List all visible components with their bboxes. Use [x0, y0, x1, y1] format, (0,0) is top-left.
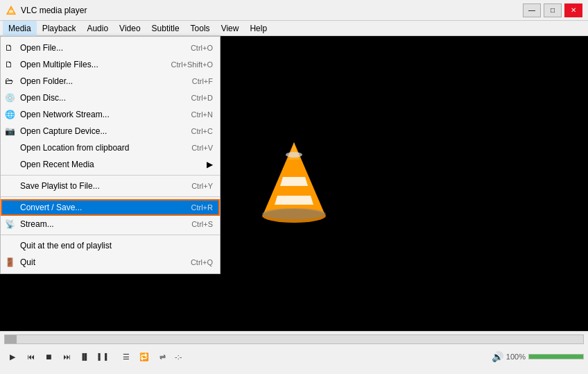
- menu-playback[interactable]: Playback: [37, 21, 82, 36]
- menu-open-folder[interactable]: 🗁 Open Folder... Ctrl+F: [1, 73, 220, 90]
- menu-stream[interactable]: 📡 Stream... Ctrl+S: [1, 216, 220, 232]
- menu-media[interactable]: Media: [3, 21, 37, 36]
- convert-save-label: Convert / Save...: [20, 203, 82, 212]
- menu-open-network[interactable]: 🌐 Open Network Stream... Ctrl+N: [1, 106, 220, 123]
- open-multiple-label: Open Multiple Files...: [20, 60, 98, 69]
- frame-prev-button[interactable]: ▐▌: [76, 349, 93, 364]
- menu-convert-save[interactable]: Convert / Save... Ctrl+R: [1, 199, 220, 216]
- loop-button[interactable]: 🔁: [136, 349, 153, 364]
- menu-open-recent[interactable]: Open Recent Media ▶: [1, 156, 220, 173]
- stream-shortcut: Ctrl+S: [191, 220, 213, 228]
- menu-tools[interactable]: Tools: [185, 21, 216, 36]
- menu-video[interactable]: Video: [114, 21, 146, 36]
- maximize-button[interactable]: □: [544, 3, 562, 17]
- menu-bar: Media Playback Audio Video Subtitle Tool…: [0, 21, 588, 36]
- svg-marker-4: [280, 177, 308, 186]
- open-multiple-shortcut: Ctrl+Shift+O: [171, 60, 213, 69]
- menu-open-multiple[interactable]: 🗋 Open Multiple Files... Ctrl+Shift+O: [1, 56, 220, 73]
- open-location-shortcut: Ctrl+V: [191, 144, 213, 152]
- save-playlist-label: Save Playlist to File...: [20, 181, 100, 191]
- menu-open-file[interactable]: 🗋 Open File... Ctrl+O: [1, 40, 220, 56]
- volume-fill: [529, 355, 583, 359]
- stream-icon: 📡: [5, 219, 15, 229]
- menu-save-playlist[interactable]: Save Playlist to File... Ctrl+Y: [1, 178, 220, 194]
- quit-end-label: Quit at the end of playlist: [20, 241, 112, 250]
- stream-label: Stream...: [20, 219, 54, 229]
- menu-open-location[interactable]: Open Location from clipboard Ctrl+V: [1, 139, 220, 156]
- vlc-cone: [252, 135, 336, 232]
- prev-button[interactable]: ⏮: [22, 349, 39, 364]
- progress-bar[interactable]: [4, 334, 584, 344]
- open-file-label: Open File...: [20, 43, 63, 53]
- open-folder-shortcut: Ctrl+F: [192, 77, 213, 85]
- open-disc-shortcut: Ctrl+D: [191, 94, 213, 102]
- divider-2: [1, 196, 220, 197]
- menu-quit-end[interactable]: Quit at the end of playlist: [1, 237, 220, 254]
- volume-label: 100%: [506, 352, 526, 361]
- time-left: -:-: [175, 352, 182, 361]
- progress-fill: [5, 335, 17, 343]
- divider-3: [1, 235, 220, 235]
- open-location-label: Open Location from clipboard: [20, 143, 129, 153]
- playlist-button[interactable]: ☰: [118, 349, 135, 364]
- svg-rect-2: [9, 10, 13, 12]
- convert-save-shortcut: Ctrl+R: [191, 203, 213, 212]
- next-button[interactable]: ⏭: [58, 349, 75, 364]
- menu-open-capture[interactable]: 📷 Open Capture Device... Ctrl+C: [1, 123, 220, 139]
- menu-open-disc[interactable]: 💿 Open Disc... Ctrl+D: [1, 90, 220, 106]
- volume-area: 🔊 100%: [492, 351, 584, 362]
- play-button[interactable]: ▶: [4, 349, 21, 364]
- divider-1: [1, 175, 220, 176]
- quit-label: Quit: [20, 257, 35, 267]
- minimize-button[interactable]: —: [523, 3, 541, 17]
- quit-icon: 🚪: [5, 257, 15, 267]
- open-capture-label: Open Capture Device...: [20, 126, 107, 136]
- svg-marker-5: [275, 196, 313, 205]
- menu-subtitle[interactable]: Subtitle: [146, 21, 185, 36]
- open-file-shortcut: Ctrl+O: [191, 44, 213, 52]
- open-capture-icon: 📷: [5, 126, 15, 136]
- save-playlist-shortcut: Ctrl+Y: [191, 182, 213, 190]
- open-network-shortcut: Ctrl+N: [191, 110, 213, 119]
- open-network-label: Open Network Stream...: [20, 110, 110, 119]
- frame-next-button[interactable]: ▌▐: [94, 349, 111, 364]
- menu-view[interactable]: View: [216, 21, 245, 36]
- app-icon: [6, 5, 17, 16]
- menu-quit[interactable]: 🚪 Quit Ctrl+Q: [1, 254, 220, 271]
- open-network-icon: 🌐: [5, 110, 15, 119]
- media-dropdown: 🗋 Open File... Ctrl+O 🗋 Open Multiple Fi…: [0, 36, 220, 274]
- controls-row: ▶ ⏮ ⏹ ⏭ ▐▌ ▌▐ ☰ 🔁 ⇌ -:- 🔊 100%: [0, 346, 588, 368]
- open-disc-icon: 💿: [5, 93, 15, 103]
- submenu-arrow: ▶: [207, 160, 213, 169]
- volume-bar[interactable]: [528, 354, 584, 359]
- quit-shortcut: Ctrl+Q: [191, 258, 213, 266]
- stop-button[interactable]: ⏹: [40, 349, 57, 364]
- open-disc-label: Open Disc...: [20, 93, 66, 103]
- menu-audio[interactable]: Audio: [81, 21, 114, 36]
- open-folder-label: Open Folder...: [20, 76, 73, 86]
- bottom-bar: ▶ ⏮ ⏹ ⏭ ▐▌ ▌▐ ☰ 🔁 ⇌ -:- 🔊 100%: [0, 331, 588, 374]
- volume-icon: 🔊: [492, 351, 503, 362]
- window-title: VLC media player: [21, 6, 523, 15]
- open-multiple-icon: 🗋: [5, 60, 13, 69]
- open-recent-label: Open Recent Media: [20, 160, 94, 169]
- svg-point-9: [286, 152, 302, 158]
- open-folder-icon: 🗁: [5, 76, 13, 86]
- open-capture-shortcut: Ctrl+C: [191, 127, 213, 135]
- menu-help[interactable]: Help: [244, 21, 273, 36]
- svg-point-8: [262, 208, 326, 219]
- random-button[interactable]: ⇌: [154, 349, 171, 364]
- title-bar: VLC media player — □ ✕: [0, 0, 588, 21]
- close-button[interactable]: ✕: [564, 3, 582, 17]
- window-controls: — □ ✕: [523, 3, 582, 17]
- open-file-icon: 🗋: [5, 43, 13, 53]
